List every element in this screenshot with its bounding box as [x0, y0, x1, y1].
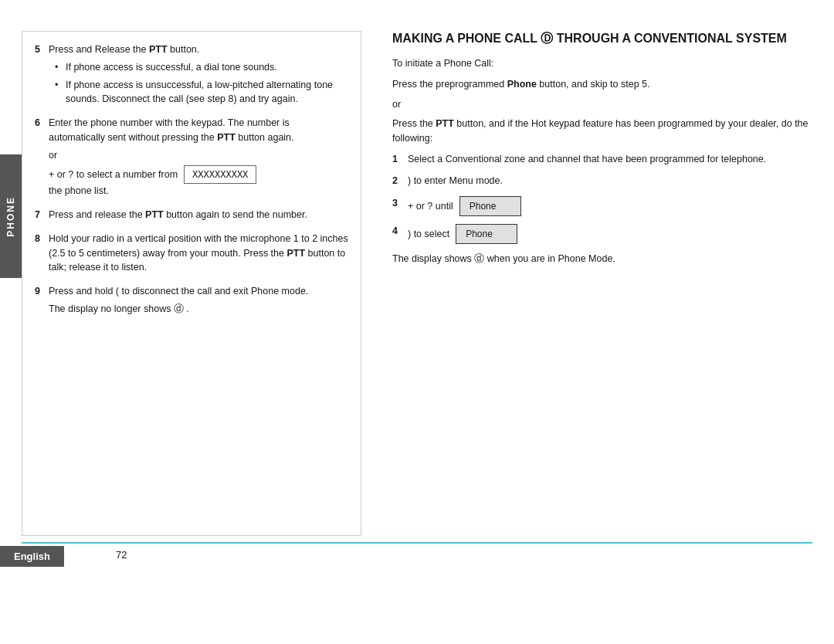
step-6-row: 6 Enter the phone number with the keypad… — [35, 116, 348, 202]
step-7-bold: PTT — [145, 209, 164, 220]
step-7-number: 7 — [35, 208, 49, 222]
step-5-row: 5 Press and Release the PTT button. If p… — [35, 42, 348, 110]
step-8-bold: PTT — [286, 248, 305, 259]
para2-prefix: Press the — [392, 118, 436, 129]
step-6-display-box: XXXXXXXXXX — [184, 165, 256, 184]
right-step-3-num: 3 — [392, 196, 403, 211]
step-6-content: Enter the phone number with the keypad. … — [49, 116, 348, 202]
paragraph-2: Press the PTT button, and if the Hot key… — [392, 117, 812, 146]
para1-prefix: Press the preprogrammed — [392, 79, 507, 90]
step-6-number: 6 — [35, 116, 49, 130]
intro-text: To initiate a Phone Call: — [392, 56, 812, 71]
step-9-number: 9 — [35, 284, 49, 299]
para2-suffix: button, and if the Hot keypad feature ha… — [392, 118, 809, 144]
para1-suffix: button, and skip to step 5. — [537, 79, 650, 90]
right-step-4: 4 ) to select Phone — [392, 224, 812, 244]
sidebar-tab-label: PHONE — [5, 196, 16, 237]
content-area: 5 Press and Release the PTT button. If p… — [22, 31, 812, 536]
step-9-row: 9 Press and hold ( to disconnect the cal… — [35, 284, 348, 320]
step-6-text3: the phone list. — [49, 184, 348, 198]
or-1: or — [392, 97, 812, 112]
step-5-number: 5 — [35, 42, 49, 57]
step-5-text2: button. — [168, 44, 200, 55]
step-7-content: Press and release the PTT button again t… — [49, 208, 348, 225]
right-step-3-phone-box: Phone — [459, 196, 521, 216]
right-step-4-num: 4 — [392, 224, 403, 239]
step-8-number: 8 — [35, 232, 49, 246]
right-step-3-text: + or ? until — [408, 199, 453, 214]
step-5-bold: PTT — [149, 44, 168, 55]
step-5-bullet-2: If phone access is unsuccessful, a low-p… — [55, 78, 348, 107]
step-6-symbol: + or ? to select a number from — [49, 168, 178, 182]
step-5-bullet-1: If phone access is successful, a dial to… — [55, 60, 348, 75]
paragraph-1: Press the preprogrammed Phone button, an… — [392, 77, 812, 92]
step-7-text: Press and release the — [49, 209, 145, 220]
display-note: The display shows ⓓ when you are in Phon… — [392, 252, 812, 266]
right-step-1-content: Select a Conventional zone and channel t… — [408, 152, 812, 167]
right-step-2: 2 ) to enter Menu mode. — [392, 174, 812, 188]
para1-bold: Phone — [507, 79, 537, 90]
step-8-content: Hold your radio in a vertical position w… — [49, 232, 348, 278]
right-step-1: 1 Select a Conventional zone and channel… — [392, 152, 812, 167]
step-7-text2: button again to send the number. — [164, 209, 307, 220]
step-5-bullets: If phone access is successful, a dial to… — [55, 60, 348, 107]
step-9-subtext: The display no longer shows ⓓ . — [49, 302, 348, 317]
step-6-text2: button again. — [236, 132, 294, 143]
right-step-1-text: Select a Conventional zone and channel t… — [408, 154, 766, 164]
right-step-4-text: ) to select — [408, 227, 449, 242]
english-badge: English — [0, 546, 64, 567]
right-column: MAKING A PHONE CALL ⓓ THROUGH A CONVENTI… — [385, 31, 812, 536]
left-column: 5 Press and Release the PTT button. If p… — [22, 31, 361, 536]
step-6-inline: + or ? to select a number from XXXXXXXXX… — [49, 165, 348, 184]
page-number: 72 — [116, 549, 127, 561]
right-step-2-num: 2 — [392, 174, 403, 188]
step-6-or: or — [49, 148, 348, 163]
right-step-4-phone-box: Phone — [456, 224, 517, 244]
step-9-text: Press and hold ( to disconnect the call … — [49, 284, 348, 299]
right-step-4-content: ) to select Phone — [408, 224, 812, 244]
right-step-3-content: + or ? until Phone — [408, 196, 812, 216]
right-step-2-text: ) to enter Menu mode. — [408, 174, 503, 188]
step-6-bold: PTT — [217, 132, 236, 143]
para2-bold: PTT — [436, 118, 454, 129]
right-step-3: 3 + or ? until Phone — [392, 196, 812, 216]
step-9-content: Press and hold ( to disconnect the call … — [49, 284, 348, 320]
step-5-content: Press and Release the PTT button. If pho… — [49, 42, 348, 110]
bottom-line — [22, 542, 812, 544]
right-step-1-num: 1 — [392, 152, 403, 167]
section-title: MAKING A PHONE CALL ⓓ THROUGH A CONVENTI… — [392, 31, 812, 47]
sidebar-tab: PHONE — [0, 154, 22, 278]
step-5-text: Press and Release the — [49, 44, 149, 55]
right-step-2-content: ) to enter Menu mode. — [408, 174, 812, 188]
step-8-row: 8 Hold your radio in a vertical position… — [35, 232, 348, 278]
step-7-row: 7 Press and release the PTT button again… — [35, 208, 348, 225]
